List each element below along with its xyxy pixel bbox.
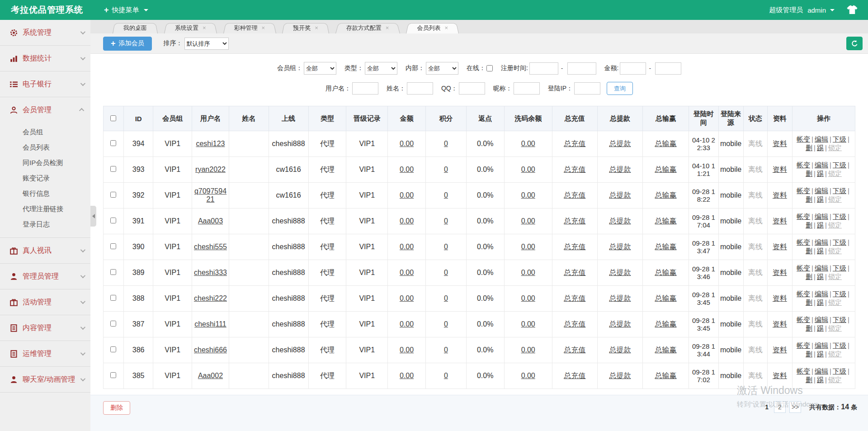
kick-link[interactable]: 踢 — [817, 247, 824, 255]
total-winloss-link[interactable]: 总输赢 — [655, 243, 677, 251]
delete-button[interactable]: 删除 — [103, 401, 130, 415]
wash-balance-link[interactable]: 0.00 — [521, 372, 535, 379]
subordinate-link[interactable]: 下级 — [833, 290, 846, 298]
lock-link[interactable]: 锁定 — [828, 298, 842, 306]
account-change-link[interactable]: 帐变 — [797, 135, 810, 143]
tab-my-desktop[interactable]: 我的桌面 — [113, 22, 158, 33]
points-link[interactable]: 0 — [444, 191, 448, 199]
delete-link[interactable]: 删 — [806, 350, 812, 358]
lock-link[interactable]: 锁定 — [828, 170, 842, 177]
sidebar-item-live-video[interactable]: 真人视讯 — [0, 238, 90, 263]
edit-link[interactable]: 编辑 — [815, 341, 828, 349]
profile-link[interactable]: 资料 — [773, 372, 787, 379]
row-checkbox[interactable] — [110, 166, 116, 172]
total-deposit-link[interactable]: 总充值 — [564, 372, 585, 379]
total-deposit-link[interactable]: 总充值 — [564, 269, 585, 276]
account-change-link[interactable]: 帐变 — [797, 213, 810, 220]
total-withdraw-link[interactable]: 总提款 — [609, 320, 631, 328]
subordinate-link[interactable]: 下级 — [833, 161, 846, 169]
delete-link[interactable]: 删 — [806, 324, 812, 332]
account-change-link[interactable]: 帐变 — [797, 290, 810, 298]
kick-link[interactable]: 踢 — [817, 273, 824, 280]
username-link[interactable]: ryan2022 — [195, 166, 226, 173]
regtime-end-input[interactable] — [567, 62, 596, 75]
tab-lottery-management[interactable]: 彩种管理 × — [223, 22, 276, 33]
edit-link[interactable]: 编辑 — [815, 238, 828, 246]
close-icon[interactable]: × — [444, 22, 448, 33]
wash-balance-link[interactable]: 0.00 — [521, 346, 535, 354]
theme-tshirt-icon[interactable] — [846, 5, 858, 15]
row-checkbox[interactable] — [110, 140, 116, 146]
lock-link[interactable]: 锁定 — [828, 376, 842, 384]
username-link[interactable]: cheshi111 — [194, 320, 226, 328]
username-link[interactable]: cheshi555 — [194, 243, 227, 251]
username-link[interactable]: cheshi333 — [194, 269, 227, 276]
total-withdraw-link[interactable]: 总提款 — [609, 372, 631, 379]
points-link[interactable]: 0 — [444, 372, 448, 379]
amount-link[interactable]: 0.00 — [400, 166, 414, 173]
quick-menu-button[interactable]: + 快捷菜单 — [104, 5, 148, 15]
username-link[interactable]: Aaa003 — [198, 217, 223, 225]
lock-link[interactable]: 锁定 — [828, 350, 842, 358]
sidebar-item-same-ip-check[interactable]: 同IP会员检测 — [0, 155, 90, 171]
profile-link[interactable]: 资料 — [773, 140, 787, 147]
search-button[interactable]: 查询 — [607, 82, 633, 95]
points-link[interactable]: 0 — [444, 320, 448, 328]
page-2-button[interactable]: 2 — [774, 401, 786, 413]
points-link[interactable]: 0 — [444, 269, 448, 276]
kick-link[interactable]: 踢 — [817, 221, 824, 229]
username-input[interactable] — [352, 82, 378, 95]
amount-link[interactable]: 0.00 — [400, 191, 414, 199]
points-link[interactable]: 0 — [444, 294, 448, 302]
total-winloss-link[interactable]: 总输赢 — [655, 191, 677, 199]
wash-balance-link[interactable]: 0.00 — [521, 243, 535, 251]
account-change-link[interactable]: 帐变 — [797, 316, 810, 323]
sidebar-item-system-management[interactable]: 系统管理 — [0, 20, 90, 45]
wash-balance-link[interactable]: 0.00 — [521, 140, 535, 147]
sidebar-item-ops-management[interactable]: 运维管理 — [0, 341, 90, 366]
subordinate-link[interactable]: 下级 — [833, 316, 846, 323]
row-checkbox[interactable] — [110, 372, 116, 378]
sidebar-item-login-log[interactable]: 登录日志 — [0, 217, 90, 232]
edit-link[interactable]: 编辑 — [815, 316, 828, 323]
qq-input[interactable] — [459, 82, 485, 95]
total-withdraw-link[interactable]: 总提款 — [609, 191, 631, 199]
profile-link[interactable]: 资料 — [773, 166, 787, 173]
lock-link[interactable]: 锁定 — [828, 221, 842, 229]
refresh-button[interactable] — [846, 37, 863, 50]
amount-link[interactable]: 0.00 — [400, 140, 414, 147]
total-deposit-link[interactable]: 总充值 — [564, 243, 585, 251]
kick-link[interactable]: 踢 — [817, 298, 824, 306]
sidebar-item-activity-management[interactable]: 活动管理 — [0, 289, 90, 315]
total-deposit-link[interactable]: 总充值 — [564, 191, 585, 199]
regtime-start-input[interactable] — [529, 62, 558, 75]
total-winloss-link[interactable]: 总输赢 — [655, 320, 677, 328]
total-winloss-link[interactable]: 总输赢 — [655, 217, 677, 225]
total-withdraw-link[interactable]: 总提款 — [609, 243, 631, 251]
amount-link[interactable]: 0.00 — [400, 294, 414, 302]
subordinate-link[interactable]: 下级 — [833, 213, 846, 220]
lock-link[interactable]: 锁定 — [828, 195, 842, 203]
subordinate-link[interactable]: 下级 — [833, 135, 846, 143]
profile-link[interactable]: 资料 — [773, 320, 787, 328]
total-winloss-link[interactable]: 总输赢 — [655, 372, 677, 379]
amount-link[interactable]: 0.00 — [400, 346, 414, 354]
page-current[interactable]: 1 — [763, 403, 770, 411]
username-link[interactable]: cheshi666 — [194, 346, 227, 354]
amount-link[interactable]: 0.00 — [400, 217, 414, 225]
wash-balance-link[interactable]: 0.00 — [521, 294, 535, 302]
name-input[interactable] — [407, 82, 433, 95]
total-winloss-link[interactable]: 总输赢 — [655, 294, 677, 302]
row-checkbox[interactable] — [110, 295, 116, 301]
subordinate-link[interactable]: 下级 — [833, 264, 846, 272]
sidebar-item-account-change-log[interactable]: 账变记录 — [0, 171, 90, 186]
kick-link[interactable]: 踢 — [817, 195, 824, 203]
points-link[interactable]: 0 — [444, 166, 448, 173]
total-withdraw-link[interactable]: 总提款 — [609, 140, 631, 147]
login-ip-input[interactable] — [574, 82, 600, 95]
points-link[interactable]: 0 — [444, 346, 448, 354]
online-checkbox[interactable] — [486, 65, 493, 71]
account-change-link[interactable]: 帐变 — [797, 367, 810, 375]
kick-link[interactable]: 踢 — [817, 350, 824, 358]
delete-link[interactable]: 删 — [806, 144, 812, 152]
